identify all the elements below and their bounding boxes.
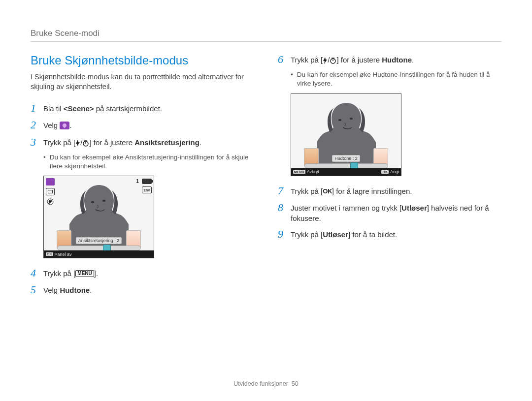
footer-left-label: Avbryt bbox=[307, 169, 319, 174]
ok-badge-icon: OK bbox=[381, 170, 389, 174]
menu-button-icon: MENU bbox=[75, 270, 94, 277]
text-fragment: . bbox=[200, 138, 201, 147]
beauty-mode-icon bbox=[60, 122, 69, 129]
step-6-bullet: Du kan for eksempel øke Hudtone-innstill… bbox=[291, 70, 501, 88]
text-fragment: Trykk på [ bbox=[291, 187, 323, 195]
intro-paragraph: I Skjønnhetsbilde-modus kan du ta portre… bbox=[31, 72, 254, 92]
bold-term: Ansiktsretusjering bbox=[134, 138, 200, 147]
screen-icons-right: 1 12m bbox=[136, 178, 152, 193]
text-fragment: . bbox=[412, 56, 414, 64]
svg-marker-0 bbox=[76, 140, 80, 147]
page-footer: Utvidede funksjoner 50 bbox=[0, 380, 532, 387]
column-left: Bruke Skjønnhetsbilde-modus I Skjønnhets… bbox=[31, 54, 254, 301]
screen-icons-left bbox=[46, 178, 55, 205]
step-number: 3 bbox=[31, 136, 43, 148]
text-fragment: Trykk på [ bbox=[43, 138, 75, 147]
svg-point-13 bbox=[338, 119, 341, 121]
step-text: Velg Hudtone. bbox=[43, 284, 92, 295]
text-fragment: ] for å justere bbox=[89, 138, 134, 147]
ok-badge-icon: OK bbox=[46, 252, 53, 256]
step-2: 2 Velg . bbox=[31, 119, 254, 131]
step-8: 8 Juster motivet i rammen og trykk [Utlø… bbox=[278, 202, 501, 223]
footer-section: Utvidede funksjoner bbox=[233, 380, 288, 387]
page-title: Bruke Skjønnhetsbilde-modus bbox=[31, 54, 254, 67]
slider-label: Hudtone : 2 bbox=[332, 155, 360, 162]
step-3-bullet: Du kan for eksempel øke Ansiktsretusjeri… bbox=[43, 153, 254, 171]
step-1: 1 Bla til <Scene> på startskjermbildet. bbox=[31, 102, 254, 114]
step-7: 7 Trykk på [OK] for å lagre innstillinge… bbox=[278, 185, 501, 197]
step-text: Trykk på [MENU]. bbox=[43, 267, 98, 278]
timer-icon bbox=[82, 140, 89, 147]
step-6: 6 Trykk på [/] for å justere Hudtone. bbox=[278, 54, 501, 65]
text-fragment: ] for å lagre innstillingen. bbox=[332, 187, 412, 195]
footer-left-label: Panel av bbox=[55, 252, 72, 257]
page-number: 50 bbox=[292, 380, 299, 387]
bullet-text: Du kan for eksempel øke Ansiktsretusjeri… bbox=[50, 153, 254, 171]
battery-icon bbox=[142, 179, 152, 184]
timer-icon bbox=[330, 57, 336, 64]
screen-footer: OK Panel av bbox=[44, 250, 154, 258]
text-fragment: ] for å justere bbox=[336, 56, 382, 64]
camera-screen-1: 1 12m bbox=[43, 176, 154, 258]
svg-point-8 bbox=[102, 200, 105, 202]
step-9: 9 Trykk på [Utløser] for å ta bildet. bbox=[278, 228, 501, 240]
text-fragment: . bbox=[69, 121, 71, 129]
step-text: Trykk på [/] for å justere Hudtone. bbox=[291, 54, 414, 65]
bold-term: Utløser bbox=[401, 204, 427, 212]
step-text: Juster motivet i rammen og trykk [Utløse… bbox=[291, 202, 501, 223]
step-number: 7 bbox=[278, 185, 291, 197]
footer-left: MENU Avbryt bbox=[293, 169, 319, 174]
column-right: 6 Trykk på [/] for å justere Hudtone. Du… bbox=[278, 54, 501, 301]
step-3: 3 Trykk på [/] for å justere Ansiktsretu… bbox=[31, 136, 254, 148]
flash-icon bbox=[75, 140, 80, 147]
step-text: Trykk på [OK] for å lagre innstillingen. bbox=[291, 185, 412, 196]
breadcrumb: Bruke Scene-modi bbox=[31, 29, 501, 38]
bold-term: Hudtone bbox=[60, 286, 90, 294]
screen-footer: MENU Avbryt OK Angi bbox=[291, 168, 401, 176]
slider-track[interactable] bbox=[57, 246, 141, 250]
photo-size-icon: 12m bbox=[142, 186, 152, 193]
step-number: 8 bbox=[278, 202, 291, 214]
svg-point-14 bbox=[350, 118, 353, 120]
step-text: Trykk på [/] for å justere Ansiktsretusj… bbox=[43, 136, 201, 148]
step-number: 9 bbox=[278, 228, 291, 240]
slider-track[interactable] bbox=[304, 163, 388, 168]
bullet-text: Du kan for eksempel øke Hudtone-innstill… bbox=[297, 70, 501, 88]
shot-count: 1 bbox=[136, 178, 139, 184]
step-number: 5 bbox=[31, 284, 43, 296]
footer-right: OK Angi bbox=[381, 169, 399, 174]
step-number: 1 bbox=[31, 102, 43, 114]
flash-off-icon bbox=[46, 198, 55, 205]
text-fragment: Velg bbox=[43, 121, 60, 129]
bold-term: Utløser bbox=[323, 230, 348, 239]
text-fragment: Trykk på [ bbox=[291, 230, 323, 239]
slider-area: Hudtone : 2 bbox=[291, 155, 401, 168]
text-fragment: på startskjermbildet. bbox=[94, 104, 162, 113]
step-text: Trykk på [Utløser] for å ta bildet. bbox=[291, 228, 397, 240]
step-text: Bla til <Scene> på startskjermbildet. bbox=[43, 102, 162, 114]
step-5: 5 Velg Hudtone. bbox=[31, 284, 254, 296]
scene-tag: <Scene> bbox=[64, 104, 94, 113]
text-fragment: Velg bbox=[43, 286, 60, 294]
text-fragment: . bbox=[90, 286, 92, 294]
focus-mode-icon bbox=[46, 188, 55, 195]
flash-icon bbox=[323, 57, 328, 64]
mode-badge-icon bbox=[46, 178, 55, 185]
step-number: 4 bbox=[31, 267, 43, 279]
step-4: 4 Trykk på [MENU]. bbox=[31, 267, 254, 279]
camera-screen-2: Hudtone : 2 MENU Avbryt OK Angi bbox=[291, 93, 401, 176]
ok-button-icon: OK bbox=[323, 187, 332, 196]
text-fragment: Juster motivet i rammen og trykk [ bbox=[291, 204, 401, 212]
footer-left: OK Panel av bbox=[46, 252, 72, 257]
step-number: 2 bbox=[31, 119, 43, 131]
step-text: Velg . bbox=[43, 119, 72, 130]
text-fragment: Trykk på [ bbox=[43, 269, 75, 278]
menu-badge-icon: MENU bbox=[293, 170, 305, 174]
svg-marker-9 bbox=[323, 57, 327, 64]
step-number: 6 bbox=[278, 54, 291, 65]
screen-1-wrap: 1 12m bbox=[43, 176, 254, 258]
slider-label: Ansiktsretusjering : 2 bbox=[76, 237, 122, 244]
screen-2-wrap: Hudtone : 2 MENU Avbryt OK Angi bbox=[291, 93, 501, 176]
divider bbox=[31, 41, 501, 42]
text-fragment: ]. bbox=[94, 269, 98, 278]
